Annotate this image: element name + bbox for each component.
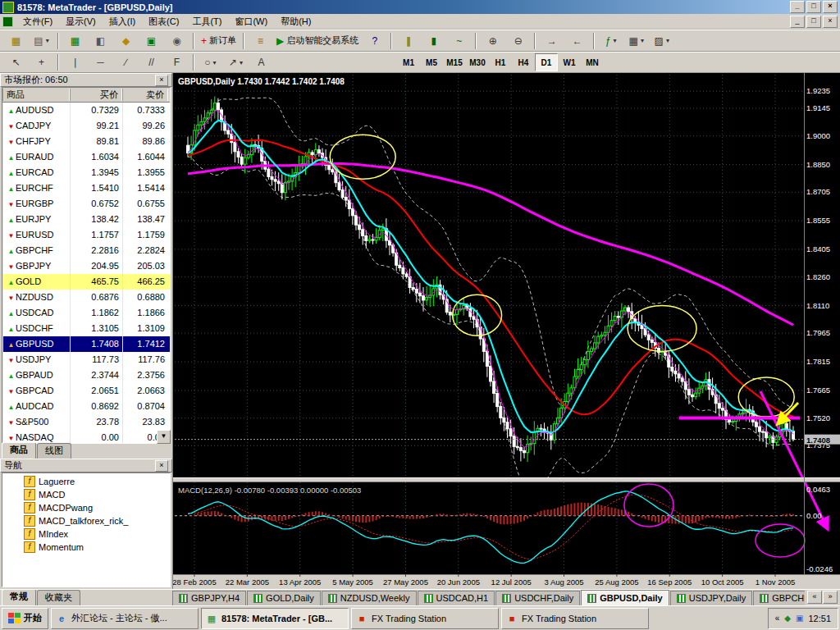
market-watch-row[interactable]: ▲GBPUSD1.74081.7412 <box>2 336 170 352</box>
navigator-item[interactable]: fMACDPwang <box>2 501 170 514</box>
timeframe-w1-button[interactable]: W1 <box>558 53 581 71</box>
market-watch-row[interactable]: ▼CHFJPY89.8189.86 <box>2 134 170 149</box>
help-guide-button[interactable]: ? <box>362 31 387 51</box>
chart-tab-usdjpy-daily[interactable]: USDJPY,Daily <box>670 591 753 605</box>
market-watch-toggle-button[interactable]: ▦ <box>62 31 88 51</box>
market-watch-row[interactable]: ▲GBPAUD2.37442.3756 <box>2 368 170 383</box>
timeframe-h1-button[interactable]: H1 <box>489 53 512 71</box>
horizontal-line-button[interactable]: ─ <box>88 52 113 72</box>
scroll-down-icon[interactable]: ▼ <box>157 430 171 444</box>
expert-advisors-button[interactable]: ▶启动智能交易系统 <box>273 31 362 51</box>
mdi-window-maximize-button[interactable]: □ <box>806 16 821 28</box>
market-watch-row[interactable]: ▲USDCHF1.31051.3109 <box>2 321 170 336</box>
metaeditor-button[interactable]: ≡ <box>248 31 273 51</box>
timeframe-m1-button[interactable]: M1 <box>397 53 420 71</box>
crosshair-button[interactable]: + <box>29 52 54 72</box>
market-watch-row[interactable]: ▲AUDUSD0.73290.7333 <box>2 103 170 118</box>
menu-tools[interactable]: 工具(T) <box>185 14 228 30</box>
market-watch-row[interactable]: ▼EURGBP0.67520.6755 <box>2 196 170 212</box>
text-label-button[interactable]: A <box>249 52 274 72</box>
navigator-item[interactable]: fMIndex <box>2 527 170 541</box>
market-watch-row[interactable]: ▲AUDCAD0.86920.8704 <box>2 399 170 414</box>
navigator-item[interactable]: fLaguerre <box>2 475 170 488</box>
auto-scroll-button[interactable]: → <box>539 31 564 51</box>
mdi-window-close-button[interactable]: × <box>823 16 838 28</box>
task-button[interactable]: e外汇论坛 - 主论坛 - 傲... <box>51 608 199 629</box>
timeframe-mn-button[interactable]: MN <box>581 53 604 71</box>
price-chart[interactable]: 1.92351.91451.90001.88501.87051.85551.84… <box>173 73 840 589</box>
market-watch-row[interactable]: ▲USDCAD1.18621.1866 <box>2 305 170 321</box>
window-close-button[interactable]: × <box>823 1 838 13</box>
market-watch-row[interactable]: ▼GBPJPY204.95205.03 <box>2 258 170 274</box>
timeframe-m15-button[interactable]: M15 <box>443 53 466 71</box>
close-icon[interactable]: × <box>155 75 168 86</box>
navigator-item[interactable]: fMomentum <box>2 541 170 554</box>
menu-window[interactable]: 窗口(W) <box>228 14 274 30</box>
window-maximize-button[interactable]: □ <box>806 1 821 13</box>
equidistant-channel-button[interactable]: // <box>139 52 164 72</box>
strategy-tester-button[interactable]: ◉ <box>164 31 189 51</box>
market-watch-row[interactable]: ▲EURJPY138.42138.47 <box>2 212 170 227</box>
menu-view[interactable]: 显示(V) <box>59 14 103 30</box>
task-button[interactable]: ■FX Trading Station <box>351 608 499 629</box>
market-watch-row[interactable]: ▼NZDUSD0.68760.6880 <box>2 290 170 305</box>
start-button[interactable]: 开始 <box>2 608 48 629</box>
tab-symbols[interactable]: 商品 <box>2 442 36 459</box>
bar-chart-mode-button[interactable]: ∥ <box>395 31 421 51</box>
chart-tab-gbpjpy-h4[interactable]: GBPJPY,H4 <box>172 591 246 605</box>
market-watch-row[interactable]: ▲EURCHF1.54101.5414 <box>2 180 170 196</box>
timeframe-m5-button[interactable]: M5 <box>420 53 443 71</box>
tab-common[interactable]: 常规 <box>2 589 36 605</box>
data-window-toggle-button[interactable]: ◧ <box>88 31 113 51</box>
menu-charts[interactable]: 图表(C) <box>142 14 185 30</box>
market-watch-row[interactable]: ▲EURCAD1.39451.3955 <box>2 165 170 180</box>
tray-icon-icon[interactable]: ◆ <box>784 614 791 623</box>
market-watch-row[interactable]: ▲GBPCHF2.28162.2824 <box>2 243 170 258</box>
market-watch-row[interactable]: ▼S&P50023.7823.83 <box>2 414 170 430</box>
menu-help[interactable]: 帮助(H) <box>274 14 317 30</box>
close-icon[interactable]: × <box>155 460 168 472</box>
line-chart-mode-button[interactable]: ~ <box>446 31 472 51</box>
trendline-button[interactable]: ∕ <box>113 52 139 72</box>
market-watch-row[interactable]: ▼EURUSD1.17571.1759 <box>2 227 170 243</box>
new-order-button[interactable]: +新订单 <box>198 31 240 51</box>
vertical-line-button[interactable]: ∣ <box>62 52 88 72</box>
profiles-button[interactable]: ▤▾ <box>29 31 54 51</box>
zoom-in-button[interactable]: ⊕ <box>480 31 505 51</box>
market-watch-row[interactable]: ▼CADJPY99.2199.26 <box>2 118 170 134</box>
tab-scroll-left-button[interactable]: « <box>807 591 822 604</box>
market-watch-row[interactable]: ▼GBPCAD2.06512.0663 <box>2 383 170 399</box>
chart-tab-usdchf-daily[interactable]: USDCHF,Daily <box>495 591 580 605</box>
shapes-button[interactable]: ○▾ <box>198 52 223 72</box>
chart-tab-gbpchf-m15[interactable]: GBPCHF,M15 <box>753 591 805 605</box>
chart-tab-usdcad-h1[interactable]: USDCAD,H1 <box>418 591 495 605</box>
periods-list-button[interactable]: ▦▾ <box>623 31 649 51</box>
zoom-out-button[interactable]: ⊖ <box>505 31 531 51</box>
mdi-window-minimize-button[interactable]: _ <box>790 16 805 28</box>
templates-list-button[interactable]: ▨▾ <box>649 31 674 51</box>
terminal-toggle-button[interactable]: ▣ <box>139 31 164 51</box>
tab-scroll-right-button[interactable]: » <box>823 591 838 604</box>
timeframe-h4-button[interactable]: H4 <box>512 53 535 71</box>
chart-tab-nzdusd-weekly[interactable]: NZDUSD,Weekly <box>322 591 417 605</box>
navigator-toggle-button[interactable]: ◆ <box>113 31 139 51</box>
task-button[interactable]: ■FX Trading Station <box>501 608 649 629</box>
chart-window[interactable]: 1.92351.91451.90001.88501.87051.85551.84… <box>172 73 840 589</box>
navigator-item[interactable]: fMACD <box>2 488 170 501</box>
arrows-button[interactable]: ↗▾ <box>223 52 249 72</box>
fibonacci-retracement-button[interactable]: F <box>164 52 189 72</box>
window-minimize-button[interactable]: _ <box>790 1 805 13</box>
market-watch-row[interactable]: ▼USDJPY117.73117.76 <box>2 352 170 368</box>
chart-tab-gbpusd-daily[interactable]: GBPUSD,Daily <box>581 590 669 605</box>
task-button[interactable]: ▦81578: MetaTrader - [GB... <box>201 608 349 629</box>
timeframe-m30-button[interactable]: M30 <box>466 53 489 71</box>
market-watch-row[interactable]: ▲GOLD465.75466.25 <box>2 274 170 290</box>
new-chart-button[interactable]: ▦ <box>3 31 29 51</box>
menu-file[interactable]: 文件(F) <box>16 14 59 30</box>
navigator-item[interactable]: fMACD_talkforex_rick_ <box>2 514 170 527</box>
tab-favorites[interactable]: 收藏夹 <box>37 590 80 605</box>
tray-icon-icon[interactable]: ▣ <box>796 614 803 623</box>
tray-expand-icon[interactable]: « <box>775 614 780 623</box>
cursor-button[interactable]: ↖ <box>3 52 29 72</box>
chart-tab-gold-daily[interactable]: GOLD,Daily <box>247 591 321 605</box>
